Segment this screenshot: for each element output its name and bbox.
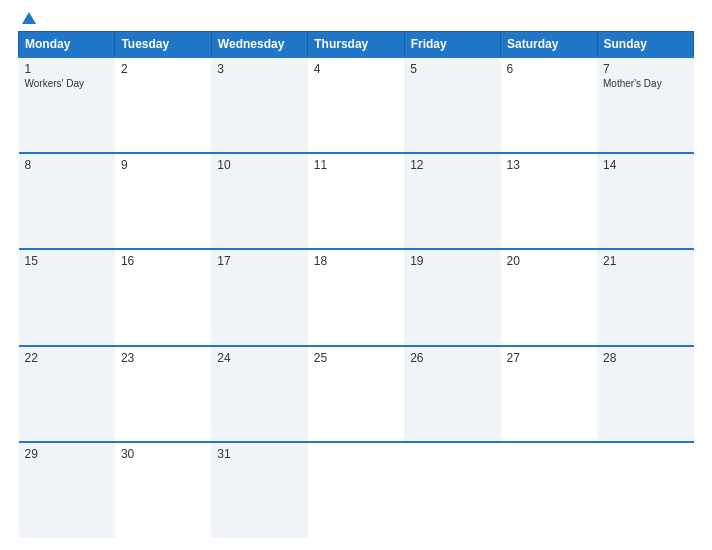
calendar-cell (597, 442, 693, 538)
header-friday: Friday (404, 32, 500, 58)
header-sunday: Sunday (597, 32, 693, 58)
header-monday: Monday (19, 32, 115, 58)
day-number: 18 (314, 254, 398, 268)
calendar-cell: 11 (308, 153, 404, 249)
calendar-cell: 12 (404, 153, 500, 249)
day-number: 25 (314, 351, 398, 365)
calendar-cell (308, 442, 404, 538)
day-number: 28 (603, 351, 687, 365)
calendar-cell: 16 (115, 249, 211, 345)
day-number: 3 (217, 62, 301, 76)
calendar-cell: 29 (19, 442, 115, 538)
calendar-cell: 4 (308, 57, 404, 153)
day-number: 9 (121, 158, 205, 172)
header-thursday: Thursday (308, 32, 404, 58)
day-number: 21 (603, 254, 687, 268)
logo-triangle-icon (22, 12, 36, 24)
week-row-1: 1Workers' Day234567Mother's Day (19, 57, 694, 153)
calendar-cell: 1Workers' Day (19, 57, 115, 153)
day-number: 31 (217, 447, 301, 461)
day-number: 10 (217, 158, 301, 172)
calendar-cell: 27 (501, 346, 597, 442)
calendar-cell: 3 (211, 57, 307, 153)
day-number: 15 (25, 254, 109, 268)
week-row-4: 22232425262728 (19, 346, 694, 442)
header-saturday: Saturday (501, 32, 597, 58)
holiday-label: Mother's Day (603, 78, 687, 89)
calendar-cell: 5 (404, 57, 500, 153)
calendar-cell: 9 (115, 153, 211, 249)
calendar-cell: 13 (501, 153, 597, 249)
logo-blue-row (18, 12, 36, 25)
calendar-cell (404, 442, 500, 538)
week-row-2: 891011121314 (19, 153, 694, 249)
day-number: 12 (410, 158, 494, 172)
day-number: 19 (410, 254, 494, 268)
header-tuesday: Tuesday (115, 32, 211, 58)
day-number: 14 (603, 158, 687, 172)
day-number: 27 (507, 351, 591, 365)
top-bar (18, 12, 694, 25)
calendar-cell: 19 (404, 249, 500, 345)
day-number: 1 (25, 62, 109, 76)
calendar-cell: 6 (501, 57, 597, 153)
calendar-cell: 25 (308, 346, 404, 442)
calendar-header-row: MondayTuesdayWednesdayThursdayFridaySatu… (19, 32, 694, 58)
day-number: 16 (121, 254, 205, 268)
day-number: 29 (25, 447, 109, 461)
calendar-cell: 14 (597, 153, 693, 249)
header-wednesday: Wednesday (211, 32, 307, 58)
calendar-cell: 15 (19, 249, 115, 345)
day-number: 23 (121, 351, 205, 365)
day-number: 4 (314, 62, 398, 76)
calendar-cell: 20 (501, 249, 597, 345)
calendar-cell: 26 (404, 346, 500, 442)
day-number: 30 (121, 447, 205, 461)
day-number: 2 (121, 62, 205, 76)
day-number: 24 (217, 351, 301, 365)
day-number: 22 (25, 351, 109, 365)
calendar-cell: 18 (308, 249, 404, 345)
week-row-3: 15161718192021 (19, 249, 694, 345)
holiday-label: Workers' Day (25, 78, 109, 89)
calendar-cell: 30 (115, 442, 211, 538)
calendar-cell: 21 (597, 249, 693, 345)
calendar-cell: 17 (211, 249, 307, 345)
logo (18, 12, 36, 25)
day-number: 6 (507, 62, 591, 76)
day-number: 26 (410, 351, 494, 365)
day-number: 13 (507, 158, 591, 172)
calendar-cell (501, 442, 597, 538)
calendar-table: MondayTuesdayWednesdayThursdayFridaySatu… (18, 31, 694, 538)
calendar-cell: 10 (211, 153, 307, 249)
day-number: 20 (507, 254, 591, 268)
day-number: 17 (217, 254, 301, 268)
calendar-cell: 23 (115, 346, 211, 442)
calendar-cell: 8 (19, 153, 115, 249)
calendar-cell: 31 (211, 442, 307, 538)
calendar-cell: 7Mother's Day (597, 57, 693, 153)
week-row-5: 293031 (19, 442, 694, 538)
day-number: 8 (25, 158, 109, 172)
calendar-cell: 24 (211, 346, 307, 442)
day-number: 11 (314, 158, 398, 172)
day-number: 7 (603, 62, 687, 76)
calendar-cell: 22 (19, 346, 115, 442)
calendar-cell: 2 (115, 57, 211, 153)
calendar-cell: 28 (597, 346, 693, 442)
day-number: 5 (410, 62, 494, 76)
